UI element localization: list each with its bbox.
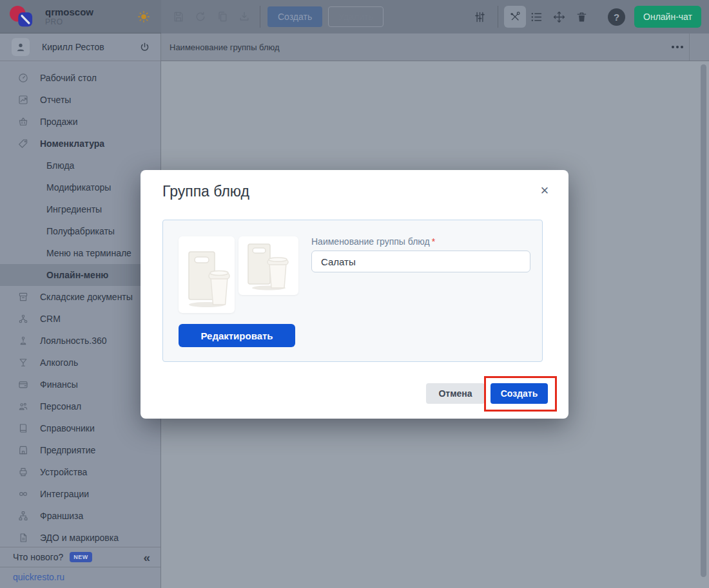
sidebar-item-label: Рабочий стол xyxy=(40,73,97,83)
sidebar-item-franchise[interactable]: Франшиза xyxy=(0,505,160,527)
toolbar-divider xyxy=(260,6,260,28)
user-avatar xyxy=(12,38,30,56)
tools-toggle-active[interactable] xyxy=(504,6,526,28)
book-icon xyxy=(17,422,29,434)
sidebar-item-terminal-menu[interactable]: Меню на терминале xyxy=(0,242,160,264)
create-button-toolbar[interactable]: Создать xyxy=(267,6,322,27)
sidebar-item-crm[interactable]: CRM xyxy=(0,308,160,330)
sidebar-item-label: Устройства xyxy=(40,467,87,477)
save-icon[interactable] xyxy=(172,10,185,23)
sidebar-item-label: Онлайн-меню xyxy=(46,270,108,280)
move-icon[interactable] xyxy=(552,10,566,24)
tag-icon xyxy=(17,138,29,149)
sidebar-item-nomenclature[interactable]: Номенклатура xyxy=(0,133,160,155)
new-badge: NEW xyxy=(70,552,92,562)
edit-image-button[interactable]: Редактировать xyxy=(179,324,295,347)
delete-button-toolbar[interactable]: Удалить xyxy=(328,6,383,27)
site-link[interactable]: quickresto.ru xyxy=(13,572,64,582)
table-header-row: Наименование группы блюд xyxy=(161,33,709,61)
sidebar-item-alcohol[interactable]: Алкоголь xyxy=(0,352,160,374)
modal-title: Группа блюд xyxy=(162,183,249,200)
sidebar-footer: Что нового? NEW « quickresto.ru xyxy=(0,547,160,587)
create-button[interactable]: Создать xyxy=(490,383,548,404)
whats-new-row[interactable]: Что нового? NEW « xyxy=(0,547,160,567)
sidebar-item-label: Франшиза xyxy=(40,511,83,521)
alcohol-icon xyxy=(17,357,29,368)
sidebar-item-directories[interactable]: Справочники xyxy=(0,417,160,439)
sidebar-item-label: Предприятие xyxy=(40,445,95,455)
sidebar-item-enterprise[interactable]: Предприятие xyxy=(0,439,160,461)
brand-area: qrmoscow PRO xyxy=(0,0,161,33)
dish-group-modal: Группа блюд × Наименование xyxy=(141,170,568,419)
field-label: Наименование группы блюд* xyxy=(311,236,435,247)
infinity-icon xyxy=(17,488,29,500)
sidebar-item-sales[interactable]: Продажи xyxy=(0,111,160,133)
toolbar-divider xyxy=(498,6,498,28)
sidebar-item-ingredients[interactable]: Ингредиенты xyxy=(0,198,160,220)
sidebar-item-edo[interactable]: ЭДО и маркировка xyxy=(0,527,160,549)
download-icon[interactable] xyxy=(238,10,251,23)
takeaway-bag-and-cup-image-small xyxy=(238,236,298,295)
sidebar-item-finance[interactable]: Финансы xyxy=(0,374,160,395)
sidebar-item-label: ЭДО и маркировка xyxy=(40,533,119,543)
sidebar-item-modifiers[interactable]: Модификаторы xyxy=(0,176,160,198)
collapse-chevrons-icon[interactable]: « xyxy=(143,551,150,564)
sidebar-item-reports[interactable]: Отчеты xyxy=(0,89,160,111)
sidebar-item-staff[interactable]: Персонал xyxy=(0,395,160,417)
sidebar-item-devices[interactable]: Устройства xyxy=(0,461,160,483)
sidebar-item-label: Полуфабрикаты xyxy=(46,226,115,236)
refresh-icon[interactable] xyxy=(194,10,207,23)
sidebar-item-label: Справочники xyxy=(40,423,95,433)
sidebar-item-label: Алкоголь xyxy=(40,357,78,368)
finance-icon xyxy=(17,379,29,390)
group-name-input[interactable] xyxy=(311,251,530,272)
help-icon[interactable]: ? xyxy=(608,8,625,26)
trash-icon[interactable] xyxy=(575,10,588,24)
sidebar-item-label: Номенклатура xyxy=(40,138,104,149)
sidebar-item-label: Складские документы xyxy=(40,292,133,302)
online-chat-button[interactable]: Онлайн-чат xyxy=(634,6,701,28)
vertical-scrollbar[interactable] xyxy=(701,64,706,577)
user-row[interactable]: Кирилл Рестов xyxy=(0,33,160,61)
sidebar-item-label: Модификаторы xyxy=(46,182,111,193)
takeaway-bag-and-cup-image xyxy=(179,236,235,313)
sidebar-item-dishes[interactable]: Блюда xyxy=(0,155,160,176)
loyalty-icon xyxy=(17,335,29,346)
sidebar-item-loyalty[interactable]: Лояльность.360 xyxy=(0,330,160,352)
tools-icon xyxy=(509,10,521,23)
sidebar-item-label: Интеграции xyxy=(40,489,89,499)
close-icon[interactable]: × xyxy=(538,184,552,198)
dashboard-icon xyxy=(17,72,29,84)
copy-icon[interactable] xyxy=(216,10,229,23)
required-asterisk: * xyxy=(432,236,435,247)
sidebar: Кирилл Рестов Рабочий столОтчетыПродажиН… xyxy=(0,33,161,588)
sidebar-item-label: Меню на терминале xyxy=(46,248,131,258)
sidebar-item-label: CRM xyxy=(40,314,61,324)
dots-menu-icon[interactable] xyxy=(672,46,683,48)
table-header-label: Наименование группы блюд xyxy=(170,43,280,52)
user-name: Кирилл Рестов xyxy=(42,42,104,52)
modal-panel: Наименование группы блюд* Редактировать xyxy=(162,220,543,362)
person-icon xyxy=(14,41,27,53)
sidebar-item-label: Персонал xyxy=(40,401,81,412)
sidebar-item-label: Ингредиенты xyxy=(46,204,102,214)
sidebar-item-desktop[interactable]: Рабочий стол xyxy=(0,67,160,89)
crm-icon xyxy=(17,313,29,325)
sidebar-item-warehouse-docs[interactable]: Складские документы xyxy=(0,286,160,308)
sidebar-item-integrations[interactable]: Интеграции xyxy=(0,483,160,505)
sidebar-item-label: Блюда xyxy=(46,160,74,171)
sidebar-item-online-menu[interactable]: Онлайн-меню xyxy=(0,264,160,286)
printer-icon xyxy=(17,466,29,478)
topbar: qrmoscow PRO Создать Удалить xyxy=(0,0,709,33)
theme-sun-icon[interactable] xyxy=(137,10,151,24)
brand-name: qrmoscow xyxy=(45,6,93,17)
filter-sliders-icon[interactable] xyxy=(473,10,487,24)
reports-icon xyxy=(17,94,29,106)
logout-power-icon[interactable] xyxy=(139,41,151,53)
sidebar-nav: Рабочий столОтчетыПродажиНоменклатураБлю… xyxy=(0,61,160,549)
cancel-button[interactable]: Отмена xyxy=(426,383,485,404)
list-view-icon[interactable] xyxy=(530,10,543,24)
sidebar-item-label: Продажи xyxy=(40,117,77,127)
sidebar-item-label: Лояльность.360 xyxy=(40,336,107,346)
sidebar-item-semifinished[interactable]: Полуфабрикаты xyxy=(0,220,160,242)
